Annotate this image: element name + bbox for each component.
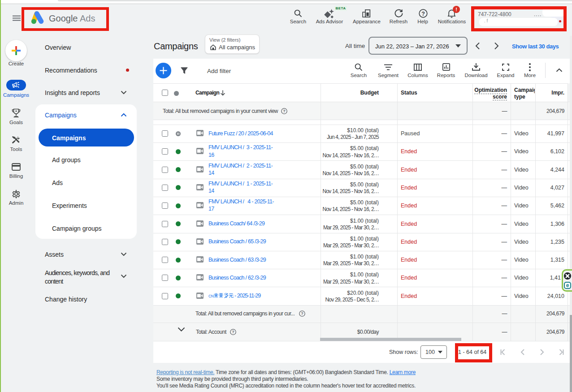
svg-text:?: ? bbox=[421, 11, 425, 17]
